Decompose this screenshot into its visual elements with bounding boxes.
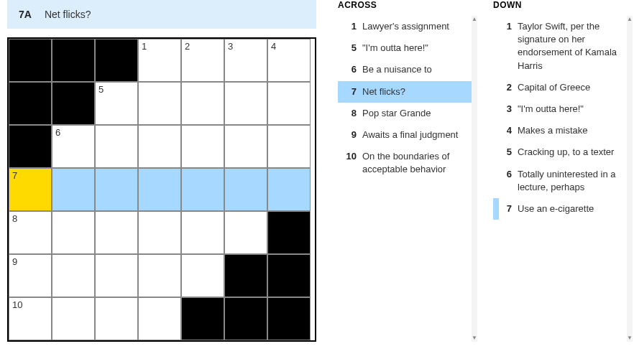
clue-number: 6 <box>499 168 518 194</box>
clue-text: Totally uninterested in a lecture, perha… <box>518 168 622 194</box>
grid-cell <box>181 297 224 340</box>
grid-cell[interactable]: 7 <box>9 168 52 211</box>
grid-cell[interactable] <box>181 168 224 211</box>
grid-cell <box>52 39 95 82</box>
grid-cell[interactable]: 1 <box>138 39 181 82</box>
clue-number: 5 <box>344 42 362 55</box>
clue-text: Taylor Swift, per the signature on her e… <box>518 20 622 73</box>
scroll-up-icon[interactable]: ▲ <box>472 16 477 23</box>
cell-number: 5 <box>98 84 104 95</box>
clue-item[interactable]: 7Use an e-cigarette <box>493 198 627 220</box>
grid-cell[interactable] <box>224 82 267 125</box>
grid-cell[interactable]: 3 <box>224 39 267 82</box>
cell-number: 10 <box>12 299 22 310</box>
clue-item[interactable]: 8Pop star Grande <box>338 103 472 124</box>
grid-cell[interactable] <box>267 125 311 168</box>
crossword-grid[interactable]: 12345678910 <box>7 37 316 342</box>
grid-cell[interactable] <box>138 168 181 211</box>
grid-cell[interactable] <box>224 125 267 168</box>
grid-cell[interactable] <box>95 211 138 254</box>
grid-cell <box>9 125 52 168</box>
clue-item[interactable]: 4Makes a mistake <box>493 120 627 141</box>
clue-item[interactable]: 2Capital of Greece <box>493 77 627 98</box>
down-column: DOWN 1Taylor Swift, per the signature on… <box>493 0 627 342</box>
clue-number: 3 <box>499 103 518 116</box>
grid-cell[interactable] <box>95 297 138 340</box>
clue-number: 6 <box>344 63 362 76</box>
cell-number: 6 <box>55 127 60 138</box>
clue-text: "I'm outta here!" <box>362 42 467 55</box>
clue-text: Pop star Grande <box>362 107 467 120</box>
clue-item[interactable]: 6Totally uninterested in a lecture, perh… <box>493 164 627 198</box>
clue-item[interactable]: 1Taylor Swift, per the signature on her … <box>493 16 627 77</box>
across-clue-list[interactable]: 1Lawyer's assignment5"I'm outta here!"6B… <box>338 16 472 181</box>
clue-text: Capital of Greece <box>518 81 622 94</box>
grid-cell[interactable] <box>95 168 138 211</box>
grid-cell[interactable] <box>95 254 138 297</box>
grid-cell[interactable] <box>138 211 181 254</box>
grid-cell <box>267 297 311 340</box>
clue-text: Makes a mistake <box>518 124 622 137</box>
grid-cell[interactable]: 10 <box>9 297 52 340</box>
grid-cell[interactable] <box>181 125 224 168</box>
grid-cell[interactable] <box>267 82 311 125</box>
clue-number: 9 <box>344 129 362 141</box>
grid-cell <box>9 39 52 82</box>
grid-cell[interactable]: 9 <box>9 254 52 297</box>
grid-cell[interactable] <box>52 254 95 297</box>
grid-cell[interactable]: 2 <box>181 39 224 82</box>
scroll-down-icon[interactable]: ▼ <box>627 335 633 342</box>
grid-cell <box>95 39 138 82</box>
clue-item[interactable]: 7Net flicks? <box>338 81 472 103</box>
clue-number: 7 <box>499 202 518 215</box>
clue-item[interactable]: 10On the boundaries of acceptable behavi… <box>338 146 472 180</box>
cell-number: 4 <box>271 41 276 52</box>
clue-number: 4 <box>499 124 518 137</box>
grid-cell[interactable] <box>138 297 181 340</box>
clue-text: Net flicks? <box>362 85 467 98</box>
grid-cell[interactable] <box>138 254 181 297</box>
grid-cell[interactable] <box>52 297 95 340</box>
grid-cell <box>267 211 311 254</box>
grid-cell[interactable] <box>138 82 181 125</box>
grid-cell[interactable] <box>181 82 224 125</box>
clue-item[interactable]: 5Cracking up, to a texter <box>493 141 627 163</box>
clue-text: "I'm outta here!" <box>518 103 622 116</box>
down-scrollbar[interactable]: ▲ ▼ <box>627 16 633 342</box>
clue-text: Lawyer's assignment <box>362 20 467 33</box>
grid-cell[interactable] <box>224 211 267 254</box>
clue-item[interactable]: 1Lawyer's assignment <box>338 16 472 37</box>
cell-number: 2 <box>185 41 190 52</box>
grid-cell[interactable] <box>267 168 311 211</box>
clue-number: 7 <box>344 85 362 98</box>
down-clue-list[interactable]: 1Taylor Swift, per the signature on her … <box>493 16 627 220</box>
grid-cell[interactable] <box>138 125 181 168</box>
clue-item[interactable]: 6Be a nuisance to <box>338 59 472 80</box>
clue-item[interactable]: 5"I'm outta here!" <box>338 37 472 59</box>
grid-cell[interactable]: 4 <box>267 39 311 82</box>
clue-number: 1 <box>344 20 362 33</box>
clue-number: 1 <box>499 20 518 73</box>
clue-text: Awaits a final judgment <box>362 129 467 141</box>
grid-cell[interactable] <box>52 168 95 211</box>
scroll-down-icon[interactable]: ▼ <box>472 335 477 342</box>
scroll-up-icon[interactable]: ▲ <box>627 16 633 23</box>
clue-number: 2 <box>499 81 518 94</box>
across-scrollbar[interactable]: ▲ ▼ <box>472 16 477 342</box>
clue-number: 8 <box>344 107 362 120</box>
grid-cell[interactable] <box>95 125 138 168</box>
grid-cell[interactable] <box>52 211 95 254</box>
grid-cell[interactable]: 6 <box>52 125 95 168</box>
clue-text: Cracking up, to a texter <box>518 146 622 159</box>
clue-item[interactable]: 9Awaits a final judgment <box>338 124 472 146</box>
grid-cell <box>9 82 52 125</box>
grid-cell[interactable] <box>181 211 224 254</box>
across-heading: ACROSS <box>338 0 472 14</box>
cell-number: 7 <box>12 170 17 181</box>
grid-cell[interactable]: 5 <box>95 82 138 125</box>
clue-text: On the boundaries of acceptable behavior <box>362 150 467 176</box>
grid-cell[interactable] <box>181 254 224 297</box>
clue-item[interactable]: 3"I'm outta here!" <box>493 98 627 120</box>
grid-cell[interactable]: 8 <box>9 211 52 254</box>
grid-cell[interactable] <box>224 168 267 211</box>
